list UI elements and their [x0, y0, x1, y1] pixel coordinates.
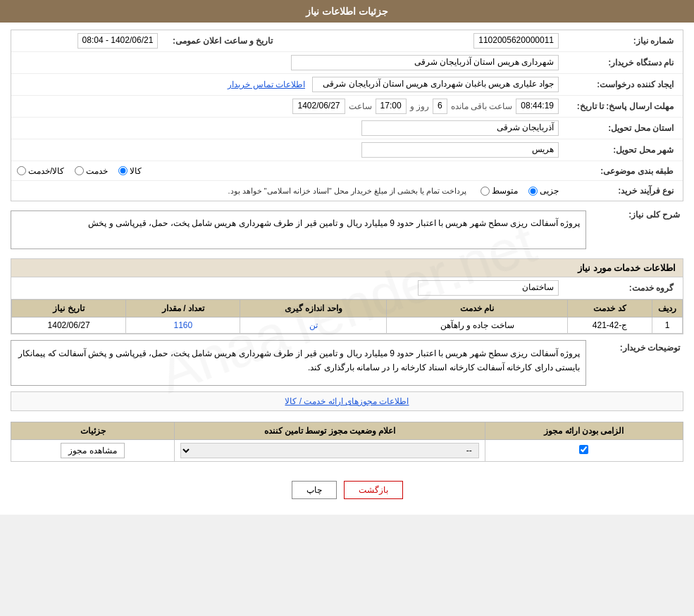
category-kala-label: کالا	[130, 166, 142, 176]
need-number-label: شماره نیاز:	[564, 36, 677, 46]
cell-supplier-status: --	[175, 440, 485, 462]
category-khedmat-radio[interactable]	[75, 166, 84, 175]
service-group-value: ساختمان	[418, 280, 559, 296]
process-note: پرداخت تمام یا بخشی از مبلغ خریدار محل "…	[224, 184, 470, 198]
table-row: 1 ج-42-421 ساخت جاده و راهآهن تن 1160 14…	[12, 318, 683, 334]
required-checkbox[interactable]	[579, 445, 588, 454]
cell-details: مشاهده مجوز	[11, 440, 175, 462]
days-label: روز و	[410, 101, 429, 111]
time-label: ساعت	[349, 101, 372, 111]
creator-value: جواد علیاری هریس باغبان شهرداری هریس است…	[312, 77, 559, 92]
services-table: ردیف کد خدمت نام خدمت واحد اندازه گیری ت…	[11, 299, 683, 334]
creator-label: ایجاد کننده درخواست:	[564, 80, 677, 89]
delivery-province-label: استان محل تحویل:	[564, 123, 677, 133]
buyer-notes-label: توضیحات خریدار:	[592, 340, 683, 353]
th-code: کد خدمت	[568, 300, 652, 318]
cell-index: 1	[652, 318, 683, 334]
delivery-city-value: هریس	[361, 142, 559, 158]
process-label: نوع فرآیند خرید:	[564, 186, 677, 196]
announcement-value: 1402/06/21 - 08:04	[78, 33, 159, 49]
th-unit: واحد اندازه گیری	[240, 300, 387, 318]
cell-date: 1402/06/27	[12, 318, 126, 334]
general-description-label: شرح کلی نیاز:	[592, 207, 683, 220]
category-kala-khedmat-label: کالا/خدمت	[28, 166, 64, 176]
cell-unit: تن	[240, 318, 387, 334]
page-title: جزئیات اطلاعات نیاز	[0, 0, 694, 23]
th-quantity: تعداد / مقدار	[126, 300, 240, 318]
service-group-label: گروه خدمت:	[564, 283, 677, 293]
need-number-value: 1102005620000011	[473, 33, 559, 49]
cell-code: ج-42-421	[568, 318, 652, 334]
category-label: طبقه بندی موضوعی:	[564, 166, 677, 176]
permits-table-row: -- مشاهده مجوز	[11, 440, 683, 462]
button-bar: بازگشت چاپ	[11, 472, 683, 508]
cell-quantity: 1160	[126, 318, 240, 334]
print-button[interactable]: چاپ	[292, 481, 337, 499]
buyer-notes-value: پروژه آسفالت ریزی سطح شهر هریس با اعتبار…	[11, 340, 586, 386]
delivery-city-label: شهر محل تحویل:	[564, 145, 677, 155]
buyer-org-label: نام دستگاه خریدار:	[564, 58, 677, 68]
contact-link[interactable]: اطلاعات تماس خریدار	[228, 80, 305, 89]
cell-name: ساخت جاده و راهآهن	[387, 318, 568, 334]
th-supplier-status: اعلام وضعیت مجوز توسط تامین کننده	[175, 422, 485, 440]
response-days: 6	[433, 99, 447, 114]
permits-table: الزامی بودن ارائه مجوز اعلام وضعیت مجوز …	[11, 422, 683, 462]
response-deadline-label: مهلت ارسال پاسخ: تا تاریخ:	[564, 101, 677, 111]
permits-link[interactable]: اطلاعات مجوزهای ارائه خدمت / کالا	[11, 391, 683, 411]
th-details: جزئیات	[11, 422, 175, 440]
process-jozi-radio[interactable]	[528, 187, 538, 196]
response-date: 1402/06/27	[292, 99, 345, 114]
cell-required	[485, 440, 683, 462]
category-khedmat-label: خدمت	[86, 166, 108, 176]
category-kala-radio[interactable]	[118, 166, 128, 175]
remaining-label: ساعت باقی مانده	[451, 101, 513, 111]
delivery-province-value: آذربایجان شرقی	[361, 120, 559, 136]
back-button[interactable]: بازگشت	[344, 481, 403, 499]
th-index: ردیف	[652, 300, 683, 318]
th-date: تاریخ نیاز	[12, 300, 126, 318]
process-jozi-label: جزیی	[540, 186, 559, 196]
response-time: 17:00	[376, 99, 407, 114]
process-motavaset-radio[interactable]	[481, 187, 490, 196]
th-name: نام خدمت	[387, 300, 568, 318]
general-description-value: پروژه آسفالت ریزی سطح شهر هریس با اعتبار…	[11, 210, 586, 249]
supplier-status-select[interactable]: --	[180, 443, 479, 458]
th-required: الزامی بودن ارائه مجوز	[485, 422, 683, 440]
process-motavaset-label: متوسط	[492, 186, 518, 196]
category-kala-khedmat-radio[interactable]	[17, 166, 26, 175]
services-section-title: اطلاعات خدمات مورد نیاز	[11, 258, 683, 277]
announcement-label: تاریخ و ساعت اعلان عمومی:	[163, 36, 276, 46]
buyer-org-value: شهرداری هریس استان آذربایجان شرقی	[291, 55, 559, 70]
view-permit-button[interactable]: مشاهده مجوز	[61, 443, 124, 458]
response-remaining: 08:44:19	[516, 99, 559, 114]
